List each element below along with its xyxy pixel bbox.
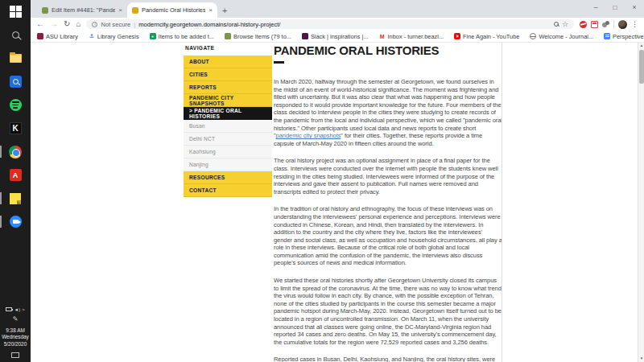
maximize-button[interactable]: □ xyxy=(605,0,625,16)
nav-heading: NAVIGATE xyxy=(185,45,272,51)
bookmark-library-genesis[interactable]: ⚓Library Genesis xyxy=(89,33,139,40)
library-genesis-icon: ⚓ xyxy=(89,33,95,39)
spotify-icon xyxy=(10,99,22,111)
tab-strip: Edit Item #4481: "Pandemic Oral × Pandem… xyxy=(31,0,644,18)
paragraph-reported-cases: Reported cases in Busan, Delhi, Kaohsiun… xyxy=(274,356,502,362)
browser-toolbar: ← → ↻ ⌂ i Not secure | moderncity.george… xyxy=(31,18,644,31)
nav-item-cities[interactable]: CITIES xyxy=(184,68,272,81)
url-text: moderncity.georgetown.domains/oral-histo… xyxy=(138,21,280,28)
bookmark-slack[interactable]: Slack | inspirations |... xyxy=(302,33,369,40)
address-bar[interactable]: i Not secure | moderncity.georgetown.dom… xyxy=(86,19,574,29)
article-content: PANDEMIC ORAL HISTORIES In March 2020, h… xyxy=(274,43,502,362)
bookmark-label: Slack | inspirations |... xyxy=(311,33,369,40)
site-favicon xyxy=(132,7,138,14)
scrollbar-up-icon[interactable]: ▲ xyxy=(638,43,644,49)
bookmark-label: Welcome - Journal... xyxy=(539,33,593,40)
bookmark-youtube[interactable]: Fine Again - YouTube xyxy=(454,33,519,40)
profile-avatar[interactable] xyxy=(618,20,627,29)
tray-chevron-icon[interactable]: > xyxy=(22,307,25,312)
minimize-button[interactable]: – xyxy=(586,0,605,16)
chrome-menu-icon[interactable]: ⋮ xyxy=(631,20,638,28)
search-icon xyxy=(12,31,19,39)
zoom-button[interactable] xyxy=(0,210,31,233)
adblock-extension-icon[interactable] xyxy=(580,21,587,28)
chrome-button[interactable] xyxy=(0,140,31,163)
blue-search-app-icon xyxy=(10,76,22,88)
bookmark-label: Perspectives - COVI... xyxy=(613,33,644,40)
bookmark-label: Browse Items (79 to... xyxy=(233,33,291,40)
nav-item-reports[interactable]: REPORTS xyxy=(184,81,272,94)
zoom-magnifier-icon[interactable] xyxy=(554,22,559,27)
taskbar-clock[interactable]: 9:38 AM Wednesday 5/20/2020 xyxy=(2,327,29,348)
bookmark-items-to-add[interactable]: +Items to be added t... xyxy=(150,33,214,40)
extensions-area: ⋮ xyxy=(580,20,638,29)
bookmark-label: Items to be added t... xyxy=(159,33,214,40)
scrollbar-thumb[interactable] xyxy=(639,50,644,84)
bookmark-inbox[interactable]: MInbox - turner.beazl... xyxy=(379,33,444,40)
back-icon[interactable]: ← xyxy=(36,19,44,30)
nav-item-about[interactable]: ABOUT xyxy=(184,56,272,68)
page-scrollbar[interactable]: ▲ ▼ xyxy=(638,43,644,362)
security-label: Not secure xyxy=(101,21,130,28)
reader-app-button[interactable]: K xyxy=(0,117,31,140)
asu-library-icon xyxy=(37,33,43,39)
start-button[interactable] xyxy=(0,0,31,23)
close-button[interactable]: × xyxy=(625,0,644,16)
forward-icon[interactable]: → xyxy=(50,19,58,30)
site-navigation: NAVIGATE ABOUT CITIES REPORTS PANDEMIC C… xyxy=(184,45,272,197)
nav-item-contact[interactable]: CONTACT xyxy=(184,184,272,197)
globe-icon xyxy=(530,33,536,39)
pandemic-city-snapshots-link[interactable]: pandemic city snapshots xyxy=(276,132,341,139)
nav-item-pandemic-oral-histories-active[interactable]: > PANDEMIC ORAL HISTORIES xyxy=(184,107,272,120)
running-indicator xyxy=(0,192,2,204)
bookmarks-bar: ASU Library ⚓Library Genesis +Items to b… xyxy=(31,31,644,43)
scrollbar-down-icon[interactable]: ▼ xyxy=(638,356,644,362)
paragraph-timeline: We started these oral histories shortly … xyxy=(274,277,502,346)
zoom-icon xyxy=(10,216,22,228)
bookmark-welcome-journal[interactable]: Welcome - Journal... xyxy=(530,33,593,40)
nav-item-kaohsiung[interactable]: Kaohsiung xyxy=(184,146,272,158)
new-tab-button[interactable]: + xyxy=(222,3,227,18)
windows-ink-icon[interactable]: ✎ xyxy=(13,315,19,325)
info-icon[interactable]: i xyxy=(92,22,97,27)
acrobat-button[interactable]: A xyxy=(0,163,31,187)
acrobat-icon: A xyxy=(10,169,22,181)
extension-icon[interactable] xyxy=(591,21,598,28)
toolbar-divider xyxy=(613,20,614,28)
extension-icon[interactable] xyxy=(602,21,609,28)
search-app-button[interactable] xyxy=(0,70,31,93)
sticky-notes-button[interactable] xyxy=(0,187,31,210)
document-icon xyxy=(604,33,610,39)
youtube-icon xyxy=(454,33,460,39)
home-icon[interactable]: ⌂ xyxy=(76,19,80,30)
volume-icon[interactable]: ◄) xyxy=(14,307,20,312)
slack-icon xyxy=(302,33,308,39)
bookmark-label: Library Genesis xyxy=(97,33,139,40)
nav-item-pandemic-city-snapshots[interactable]: PANDEMIC CITY SNAPSHOTS xyxy=(184,94,272,107)
omeka-favicon xyxy=(42,7,48,14)
reload-icon[interactable]: ↻ xyxy=(64,19,70,30)
spotify-button[interactable] xyxy=(0,93,31,117)
tab-close-icon[interactable]: × xyxy=(118,6,122,14)
bookmark-star-icon[interactable]: ☆ xyxy=(562,20,568,28)
taskbar-search-button[interactable] xyxy=(0,23,31,47)
bookmark-asu-library[interactable]: ASU Library xyxy=(37,33,78,40)
show-desktop-button[interactable] xyxy=(11,352,19,358)
paragraph-intro: In March 2020, halfway through the semes… xyxy=(274,78,502,147)
chrome-icon xyxy=(9,146,22,158)
bookmark-browse-items[interactable]: Browse Items (79 to... xyxy=(225,33,291,40)
tab-title: Edit Item #4481: "Pandemic Oral xyxy=(52,6,115,14)
bookmark-label: ASU Library xyxy=(46,33,78,40)
tab-close-icon[interactable]: × xyxy=(208,6,213,14)
running-indicator xyxy=(0,216,2,228)
url-separator: | xyxy=(134,21,135,28)
bookmark-perspectives[interactable]: Perspectives - COVI... xyxy=(604,33,644,40)
tab-pandemic-oral-histories[interactable]: Pandemic Oral Histories – Appro × xyxy=(127,2,217,18)
nav-item-busan[interactable]: Busan xyxy=(184,120,272,133)
nav-item-nanjing[interactable]: Nanjing xyxy=(184,158,272,171)
tab-edit-item[interactable]: Edit Item #4481: "Pandemic Oral × xyxy=(37,2,127,18)
file-explorer-button[interactable] xyxy=(0,47,31,70)
nav-item-delhi-nct[interactable]: Delhi NCT xyxy=(184,133,272,146)
battery-icon[interactable] xyxy=(6,307,12,311)
nav-item-resources[interactable]: RESOURCES xyxy=(184,171,272,184)
